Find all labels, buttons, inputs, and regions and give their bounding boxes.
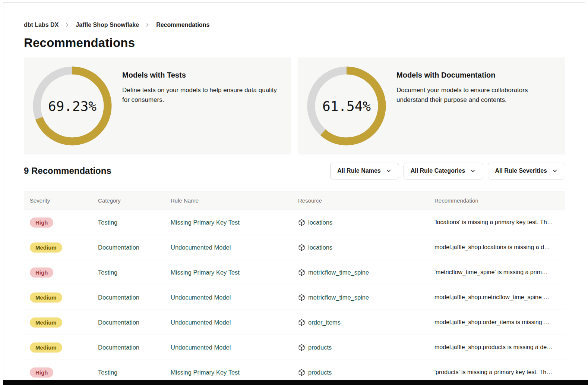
severity-badge: High	[30, 267, 53, 278]
rule-name-link[interactable]: Missing Primary Key Test	[171, 269, 240, 276]
resource-link[interactable]: metricflow_time_spine	[308, 294, 369, 301]
resource-link[interactable]: locations	[308, 219, 332, 226]
breadcrumb: dbt Labs DX Jaffle Shop Snowflake Recomm…	[24, 22, 209, 28]
category-link[interactable]: Testing	[98, 269, 117, 276]
table-header: Severity Category Rule Name Resource Rec…	[24, 191, 565, 210]
recommendations-page: dbt Labs DX Jaffle Shop Snowflake Recomm…	[0, 0, 588, 385]
models-with-tests-card: 69.23% Models with Tests Define tests on…	[24, 57, 291, 154]
category-link[interactable]: Documentation	[98, 344, 139, 351]
table-row: Medium Documentation Undocumented Model …	[24, 335, 565, 360]
table-row: Medium Documentation Undocumented Model …	[24, 285, 565, 310]
rule-name-link[interactable]: Missing Primary Key Test	[171, 219, 240, 226]
window-bottom-edge	[3, 380, 588, 385]
package-icon	[298, 369, 305, 376]
chevron-down-icon	[385, 168, 392, 174]
severity-badge: Medium	[30, 342, 62, 353]
rule-severities-filter-label: All Rule Severities	[495, 168, 547, 174]
category-link[interactable]: Documentation	[98, 244, 139, 251]
docs-coverage-donut-chart: 61.54%	[307, 66, 386, 145]
resource-link[interactable]: locations	[308, 244, 332, 251]
category-link[interactable]: Testing	[98, 219, 117, 226]
package-icon	[298, 294, 305, 301]
package-icon	[298, 269, 305, 276]
rule-categories-filter-dropdown[interactable]: All Rule Categories	[404, 163, 484, 179]
package-icon	[298, 244, 305, 251]
package-icon	[298, 219, 305, 226]
filters: All Rule Names All Rule Categories All R…	[330, 163, 565, 179]
column-header-recommendation: Recommendation	[429, 197, 565, 204]
chevron-right-icon	[145, 22, 151, 28]
table-row: High Testing Missing Primary Key Test me…	[24, 260, 565, 285]
recommendation-text: 'locations' is missing a primary key tes…	[429, 219, 565, 226]
chevron-down-icon	[551, 168, 558, 174]
breadcrumb-item-account[interactable]: dbt Labs DX	[24, 22, 59, 28]
table-row: High Testing Missing Primary Key Test lo…	[24, 210, 565, 235]
tests-coverage-donut-chart: 69.23%	[33, 66, 112, 145]
recommendations-count-heading: 9 Recommendations	[24, 166, 111, 176]
window-top-edge	[3, 2, 585, 3]
list-header-row: 9 Recommendations All Rule Names All Rul…	[24, 162, 565, 180]
models-with-documentation-card: 61.54% Models with Documentation Documen…	[298, 57, 565, 154]
docs-coverage-percent: 61.54%	[307, 66, 386, 145]
resource-link[interactable]: order_items	[308, 319, 341, 326]
package-icon	[298, 344, 305, 351]
chevron-right-icon	[64, 22, 70, 28]
window-left-edge	[3, 2, 3, 385]
rule-categories-filter-label: All Rule Categories	[411, 168, 465, 174]
card-description: Document your models to ensure collabora…	[396, 85, 556, 104]
resource-link[interactable]: products	[308, 369, 332, 376]
chevron-down-icon	[470, 168, 476, 174]
card-description: Define tests on your models to help ensu…	[122, 85, 282, 104]
recommendation-text: model.jaffle_shop.locations is missing a…	[429, 244, 565, 251]
tests-coverage-percent: 69.23%	[33, 66, 112, 145]
recommendation-text: 'products' is missing a primary key test…	[429, 369, 565, 376]
rule-names-filter-label: All Rule Names	[337, 168, 380, 174]
column-header-resource: Resource	[292, 197, 429, 204]
column-header-category: Category	[92, 197, 165, 204]
breadcrumb-item-current: Recommendations	[156, 22, 209, 28]
severity-badge: Medium	[30, 292, 62, 303]
rule-name-link[interactable]: Missing Primary Key Test	[171, 369, 240, 376]
rule-name-link[interactable]: Undocumented Model	[171, 344, 231, 351]
table-row: Medium Documentation Undocumented Model …	[24, 235, 565, 260]
severity-badge: High	[30, 217, 53, 228]
rule-name-link[interactable]: Undocumented Model	[171, 294, 231, 301]
column-header-severity: Severity	[24, 197, 92, 204]
recommendation-text: model.jaffle_shop.metricflow_time_spine …	[429, 294, 565, 301]
card-title: Models with Documentation	[396, 71, 556, 79]
severity-badge: High	[30, 367, 53, 378]
recommendation-text: model.jaffle_shop.order_items is missing…	[429, 319, 565, 326]
breadcrumb-item-project[interactable]: Jaffle Shop Snowflake	[76, 22, 139, 28]
severity-badge: Medium	[30, 242, 62, 253]
page-title: Recommendations	[24, 36, 135, 50]
resource-link[interactable]: metricflow_time_spine	[308, 269, 369, 276]
package-icon	[298, 319, 305, 326]
card-text: Models with Tests Define tests on your m…	[122, 66, 282, 104]
recommendation-text: 'metricflow_time_spine' is missing a pri…	[429, 269, 565, 276]
card-text: Models with Documentation Document your …	[396, 66, 556, 104]
resource-link[interactable]: products	[308, 344, 332, 351]
rule-name-link[interactable]: Undocumented Model	[171, 319, 231, 326]
summary-cards: 69.23% Models with Tests Define tests on…	[24, 57, 565, 154]
recommendations-table: Severity Category Rule Name Resource Rec…	[24, 191, 565, 385]
rule-names-filter-dropdown[interactable]: All Rule Names	[330, 163, 399, 179]
category-link[interactable]: Documentation	[98, 294, 139, 301]
table-row: Medium Documentation Undocumented Model …	[24, 310, 565, 335]
recommendation-text: model.jaffle_shop.products is missing a …	[429, 344, 565, 351]
category-link[interactable]: Documentation	[98, 319, 139, 326]
rule-name-link[interactable]: Undocumented Model	[171, 244, 231, 251]
column-header-rule-name: Rule Name	[165, 197, 292, 204]
card-title: Models with Tests	[122, 71, 282, 79]
severity-badge: Medium	[30, 317, 62, 328]
rule-severities-filter-dropdown[interactable]: All Rule Severities	[488, 163, 565, 179]
category-link[interactable]: Testing	[98, 369, 117, 376]
